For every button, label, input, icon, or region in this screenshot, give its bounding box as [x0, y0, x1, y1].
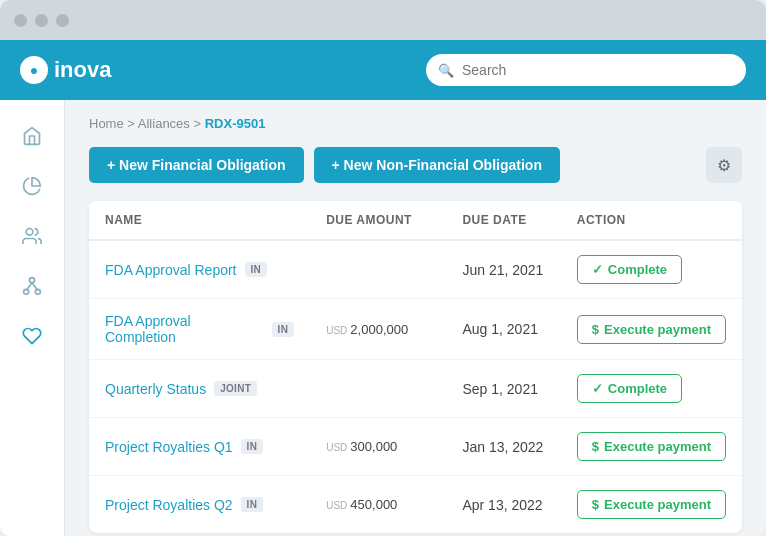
row-due-date: Apr 13, 2022	[446, 476, 560, 534]
execute-label: Execute payment	[604, 322, 711, 337]
row-name-0[interactable]: FDA Approval Report IN	[105, 262, 294, 278]
window-chrome	[0, 0, 766, 40]
row-badge: IN	[241, 439, 264, 454]
dollar-icon: $	[592, 322, 599, 337]
breadcrumb: Home > Alliances > RDX-9501	[89, 116, 742, 131]
row-action-cell: $ Execute payment	[561, 299, 742, 360]
navbar: ● inova 🔍	[0, 40, 766, 100]
toolbar: + New Financial Obligation + New Non-Fin…	[89, 147, 742, 183]
logo[interactable]: ● inova	[20, 56, 111, 84]
row-badge: IN	[245, 262, 268, 277]
table-row: FDA Approval Completion IN USD2,000,000A…	[89, 299, 742, 360]
new-nonfinancial-label: + New Non-Financial Obligation	[332, 157, 542, 173]
row-due-date: Jan 13, 2022	[446, 418, 560, 476]
breadcrumb-current: RDX-9501	[205, 116, 266, 131]
row-amount: USD300,000	[310, 418, 446, 476]
row-amount: USD2,000,000	[310, 299, 446, 360]
row-due-date: Sep 1, 2021	[446, 360, 560, 418]
main-wrap: Home > Alliances > RDX-9501 + New Financ…	[0, 100, 766, 536]
obligations-table-wrap: NAME DUE AMOUNT DUE DATE ACTION FDA Appr…	[89, 201, 742, 533]
execute-payment-button[interactable]: $ Execute payment	[577, 490, 726, 519]
new-nonfinancial-button[interactable]: + New Non-Financial Obligation	[314, 147, 560, 183]
row-name-text: Project Royalties Q1	[105, 439, 233, 455]
col-header-action: ACTION	[561, 201, 742, 240]
network-icon	[22, 276, 42, 301]
svg-line-5	[32, 282, 37, 289]
execute-payment-button[interactable]: $ Execute payment	[577, 432, 726, 461]
complete-button[interactable]: ✓ Complete	[577, 374, 682, 403]
reports-icon	[22, 176, 42, 201]
row-name-text: Quarterly Status	[105, 381, 206, 397]
row-due-date: Aug 1, 2021	[446, 299, 560, 360]
gear-icon: ⚙	[717, 156, 731, 175]
checkmark-icon: ✓	[592, 381, 603, 396]
home-icon	[22, 126, 42, 151]
contacts-icon	[22, 226, 42, 251]
row-amount	[310, 360, 446, 418]
row-name-4[interactable]: Project Royalties Q2 IN	[105, 497, 294, 513]
svg-line-4	[27, 282, 32, 289]
table-row: FDA Approval Report IN Jun 21, 2021 ✓ Co…	[89, 240, 742, 299]
content-area: Home > Alliances > RDX-9501 + New Financ…	[65, 100, 766, 536]
row-amount: USD450,000	[310, 476, 446, 534]
table-row: Project Royalties Q1 IN USD300,000Jan 13…	[89, 418, 742, 476]
breadcrumb-home[interactable]: Home	[89, 116, 124, 131]
execute-payment-button[interactable]: $ Execute payment	[577, 315, 726, 344]
row-action-cell: ✓ Complete	[561, 240, 742, 299]
col-header-name: NAME	[89, 201, 310, 240]
row-name-text: FDA Approval Report	[105, 262, 237, 278]
row-name-text: Project Royalties Q2	[105, 497, 233, 513]
dollar-icon: $	[592, 439, 599, 454]
checkmark-icon: ✓	[592, 262, 603, 277]
sidebar-item-contacts[interactable]	[10, 216, 54, 260]
search-bar: 🔍	[426, 54, 746, 86]
complete-label: Complete	[608, 262, 667, 277]
logo-text: inova	[54, 57, 111, 83]
dollar-icon: $	[592, 497, 599, 512]
row-badge: IN	[241, 497, 264, 512]
execute-label: Execute payment	[604, 497, 711, 512]
gear-button[interactable]: ⚙	[706, 147, 742, 183]
alliances-icon	[22, 326, 42, 351]
col-header-amount: DUE AMOUNT	[310, 201, 446, 240]
breadcrumb-sep2: >	[193, 116, 204, 131]
new-financial-button[interactable]: + New Financial Obligation	[89, 147, 304, 183]
row-badge: IN	[272, 322, 295, 337]
row-name-text: FDA Approval Completion	[105, 313, 264, 345]
svg-point-0	[26, 228, 33, 235]
table-row: Project Royalties Q2 IN USD450,000Apr 13…	[89, 476, 742, 534]
chrome-dot-red	[14, 14, 27, 27]
col-header-date: DUE DATE	[446, 201, 560, 240]
breadcrumb-sep1: >	[127, 116, 138, 131]
sidebar-item-reports[interactable]	[10, 166, 54, 210]
new-financial-label: + New Financial Obligation	[107, 157, 286, 173]
row-action-cell: $ Execute payment	[561, 418, 742, 476]
complete-label: Complete	[608, 381, 667, 396]
usd-label: USD	[326, 500, 347, 511]
row-name-1[interactable]: FDA Approval Completion IN	[105, 313, 294, 345]
row-name-2[interactable]: Quarterly Status JOINT	[105, 381, 294, 397]
usd-label: USD	[326, 442, 347, 453]
execute-label: Execute payment	[604, 439, 711, 454]
complete-button[interactable]: ✓ Complete	[577, 255, 682, 284]
row-amount	[310, 240, 446, 299]
search-icon: 🔍	[438, 63, 454, 78]
usd-label: USD	[326, 325, 347, 336]
breadcrumb-alliances[interactable]: Alliances	[138, 116, 190, 131]
sidebar-item-network[interactable]	[10, 266, 54, 310]
row-action-cell: $ Execute payment	[561, 476, 742, 534]
sidebar-item-home[interactable]	[10, 116, 54, 160]
chrome-dot-green	[56, 14, 69, 27]
row-badge: JOINT	[214, 381, 257, 396]
chrome-dot-yellow	[35, 14, 48, 27]
obligations-table: NAME DUE AMOUNT DUE DATE ACTION FDA Appr…	[89, 201, 742, 533]
logo-icon: ●	[20, 56, 48, 84]
table-row: Quarterly Status JOINT Sep 1, 2021 ✓ Com…	[89, 360, 742, 418]
row-name-3[interactable]: Project Royalties Q1 IN	[105, 439, 294, 455]
search-input[interactable]	[426, 54, 746, 86]
row-due-date: Jun 21, 2021	[446, 240, 560, 299]
sidebar-item-alliances[interactable]	[10, 316, 54, 360]
sidebar	[0, 100, 65, 536]
row-action-cell: ✓ Complete	[561, 360, 742, 418]
